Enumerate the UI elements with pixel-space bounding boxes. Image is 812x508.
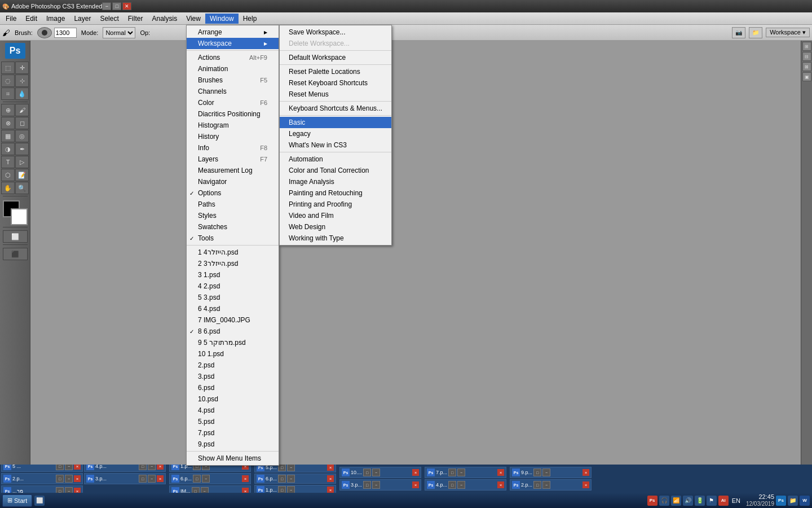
menu-layers[interactable]: Layers F7 xyxy=(187,154,279,165)
right-tool-3[interactable]: ⊠ xyxy=(802,62,811,71)
dodge-tool[interactable]: ◑ xyxy=(1,143,15,155)
taskbar-tab-6p[interactable]: Ps 6.p... □ − × xyxy=(169,473,251,484)
taskbar-tab-6p-b[interactable]: Ps 6.p... □ − × xyxy=(254,474,336,484)
tray-icon-ps-red[interactable]: Ps xyxy=(647,496,657,506)
tb-close-6pb[interactable]: × xyxy=(327,475,334,482)
options-icon-1[interactable]: 📷 xyxy=(732,27,745,38)
right-tool-4[interactable]: ▣ xyxy=(802,72,811,81)
taskbar-tab-2p-b[interactable]: Ps 2.p... □ − × xyxy=(510,479,592,491)
tb-btn-4pb-1[interactable]: □ xyxy=(448,481,456,489)
tb-close-3p[interactable]: × xyxy=(157,475,164,482)
tb-btn-2pb-1[interactable]: □ xyxy=(533,481,541,489)
minimize-button[interactable]: − xyxy=(102,2,111,10)
tray-folder[interactable]: 📁 xyxy=(788,496,798,506)
tb-close-img[interactable]: × xyxy=(242,488,249,493)
tb-btn-1pb-1[interactable]: □ xyxy=(278,486,286,493)
taskbar-tab-2p[interactable]: Ps 2.p... □ − × xyxy=(1,473,83,484)
tb-btn-7p-2[interactable]: − xyxy=(457,468,465,476)
tb-btn-min-heb[interactable]: − xyxy=(65,487,73,493)
taskbar-tab-9p[interactable]: Ps 9.p... □ − × xyxy=(510,467,592,478)
tb-btn-2pb-2[interactable]: − xyxy=(542,481,550,489)
tb-close-5p2[interactable]: × xyxy=(327,465,334,471)
quick-mask-tool[interactable]: ⬜ xyxy=(3,230,28,243)
tb-close-10p[interactable]: × xyxy=(412,469,419,476)
tray-icon-volume[interactable]: 🔊 xyxy=(683,496,693,506)
tb-btn-10p-2[interactable]: − xyxy=(372,468,380,476)
menu-item-file[interactable]: File xyxy=(1,14,21,24)
tb-close-6p[interactable]: × xyxy=(242,475,249,482)
zoom-tool[interactable]: 🔍 xyxy=(15,182,29,194)
ws-whats-new[interactable]: What's New in CS3 xyxy=(280,139,391,151)
menu-file-6[interactable]: 6 4.psd xyxy=(187,303,279,314)
menu-item-filter[interactable]: Filter xyxy=(123,14,148,24)
taskbar-tab-4p[interactable]: Ps 4.p... □ − × xyxy=(84,465,166,472)
brush-size-input[interactable] xyxy=(54,28,77,38)
menu-animation[interactable]: Animation xyxy=(187,63,279,75)
mode-select[interactable]: Normal xyxy=(103,27,135,38)
menu-navigator[interactable]: Navigator xyxy=(187,176,279,187)
menu-tools[interactable]: ✓ Tools xyxy=(187,233,279,244)
heal-tool[interactable]: ⊕ xyxy=(1,104,15,116)
tb-btn-6pb-2[interactable]: − xyxy=(287,475,295,483)
gradient-tool[interactable]: ▦ xyxy=(1,130,15,142)
taskbar-tab-4p-b[interactable]: Ps 4.p... □ − × xyxy=(425,479,506,491)
menu-item-view[interactable]: View xyxy=(182,14,205,24)
right-tool-2[interactable]: ⊟ xyxy=(802,52,811,61)
tb-btn-min-5[interactable]: − xyxy=(65,465,73,470)
eraser-tool[interactable]: ◻ xyxy=(15,117,29,129)
ws-automation[interactable]: Automation xyxy=(280,154,391,165)
menu-file-1[interactable]: 1 הייזלר4.psd xyxy=(187,247,279,258)
menu-history[interactable]: History xyxy=(187,131,279,142)
tb-btn-img-1[interactable]: □ xyxy=(192,487,200,493)
menu-file-12[interactable]: 3.psd xyxy=(187,371,279,382)
menu-file-16[interactable]: 5.psd xyxy=(187,416,279,427)
tb-btn-7p-1[interactable]: □ xyxy=(448,468,456,476)
eyedropper-tool[interactable]: 💧 xyxy=(15,87,29,100)
menu-item-layer[interactable]: Layer xyxy=(69,14,95,24)
menu-channels[interactable]: Channels xyxy=(187,86,279,97)
menu-diacritics[interactable]: Diacritics Positioning xyxy=(187,108,279,120)
path-tool[interactable]: ▷ xyxy=(15,156,29,168)
taskbar-tab-1p-b[interactable]: Ps 1.p... □ − × xyxy=(254,485,336,493)
tb-btn-4pb-2[interactable]: − xyxy=(457,481,465,489)
menu-item-edit[interactable]: Edit xyxy=(21,14,42,24)
ws-painting-retouching[interactable]: Painting and Retouching xyxy=(280,187,391,199)
menu-file-13[interactable]: 6.psd xyxy=(187,382,279,393)
clone-tool[interactable]: ⊗ xyxy=(1,117,15,129)
menu-workspace[interactable]: Workspace xyxy=(187,38,279,49)
ws-video-film[interactable]: Video and Film xyxy=(280,210,391,221)
tb-btn-9p-1[interactable]: □ xyxy=(533,468,541,476)
menu-file-9[interactable]: 9 5 מרתוקר.psd xyxy=(187,337,279,348)
menu-file-5[interactable]: 5 3.psd xyxy=(187,292,279,303)
menu-file-17[interactable]: 7.psd xyxy=(187,427,279,439)
menu-swatches[interactable]: Swatches xyxy=(187,221,279,233)
tb-btn-5p2-2[interactable]: − xyxy=(287,465,295,471)
tray-icon-flag[interactable]: ⚑ xyxy=(707,496,717,506)
taskbar-tab-img[interactable]: Ps IM... □ − × xyxy=(169,485,251,493)
taskbar-tab-3p[interactable]: Ps 3.p... □ − × xyxy=(84,473,166,484)
workspace-button[interactable]: Workspace ▾ xyxy=(766,28,810,37)
tb-btn-restore-4p[interactable]: □ xyxy=(139,465,147,470)
tb-close-4pb[interactable]: × xyxy=(497,481,504,488)
shape-tool[interactable]: ⬡ xyxy=(1,169,15,181)
menu-item-analysis[interactable]: Analysis xyxy=(147,14,182,24)
options-icon-2[interactable]: 📁 xyxy=(749,27,762,38)
tb-close-2p[interactable]: × xyxy=(74,475,81,482)
pen-tool[interactable]: ✒ xyxy=(15,143,29,155)
menu-brushes[interactable]: Brushes F5 xyxy=(187,75,279,86)
menu-file-7[interactable]: 7 IMG_0040.JPG xyxy=(187,314,279,326)
taskbar-tab-5[interactable]: Ps 5 ... □ − × xyxy=(1,465,83,472)
menu-measurement[interactable]: Measurement Log xyxy=(187,165,279,176)
menu-file-15[interactable]: 4.psd xyxy=(187,405,279,416)
tb-btn-restore-2p[interactable]: □ xyxy=(56,475,64,483)
move-tool[interactable]: ✛ xyxy=(15,62,29,74)
crop-tool[interactable]: ⌗ xyxy=(1,87,15,100)
tb-close-2pb[interactable]: × xyxy=(582,481,589,488)
tb-btn-min-2p[interactable]: − xyxy=(65,475,73,483)
menu-file-10[interactable]: 10 1.psd xyxy=(187,348,279,360)
tray-ps-blue[interactable]: Ps xyxy=(776,496,786,506)
menu-actions[interactable]: Actions Alt+F9 xyxy=(187,52,279,63)
screen-mode-tool[interactable]: ⬛ xyxy=(3,248,28,260)
tb-btn-6p-2[interactable]: − xyxy=(202,475,210,483)
hand-tool[interactable]: ✋ xyxy=(1,182,15,194)
